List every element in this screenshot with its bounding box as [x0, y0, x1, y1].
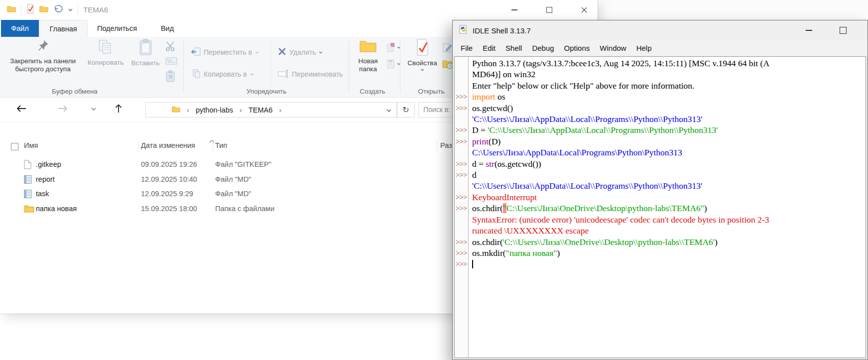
shell-prompt — [455, 80, 469, 91]
tab-share[interactable]: Поделиться — [88, 20, 146, 37]
column-header-date[interactable]: Дата изменения — [141, 141, 195, 149]
new-folder-quick-icon[interactable] — [39, 5, 48, 14]
column-header-type[interactable]: Тип — [215, 141, 227, 149]
idle-menu-shell[interactable]: Shell — [500, 44, 527, 52]
new-item-button[interactable] — [386, 59, 401, 69]
shell-output: Python 3.13.7 (tags/v3.13.7:bcee1c3, Aug… — [455, 58, 866, 270]
paste-shortcut-icon[interactable] — [165, 70, 177, 84]
shell-text-area[interactable]: Python 3.13.7 (tags/v3.13.7:bcee1c3, Aug… — [454, 56, 866, 358]
shell-line: runcated \UXXXXXXXX escape — [455, 225, 866, 236]
recent-locations-caret-icon[interactable] — [91, 108, 96, 111]
shell-line-text: os.mkdir("папка новая") — [469, 247, 560, 258]
shell-line-text: KeyboardInterrupt — [469, 192, 537, 203]
easy-access-button[interactable] — [386, 43, 401, 52]
file-type: Файл "MD" — [215, 187, 251, 202]
paste-button[interactable]: Вставить — [127, 39, 163, 67]
address-dropdown-caret-icon[interactable] — [386, 106, 396, 115]
shell-line-text: os.getcwd() — [469, 103, 513, 114]
shell-segment: Enter "help" below or click "Help" above… — [472, 81, 695, 91]
select-all-checkbox[interactable] — [11, 143, 18, 150]
shell-segment: 'C:\\Users\\Лиза\\AppData\\Local\\Progra… — [472, 114, 702, 124]
shell-line-text: runcated \UXXXXXXXX escape — [469, 225, 589, 236]
shell-prompt: >>> — [455, 258, 469, 269]
shell-segment: ) — [704, 203, 707, 213]
paste-icon — [138, 39, 153, 58]
qat-customize-caret-icon[interactable] — [68, 8, 73, 11]
address-bar[interactable]: › python-labs › TEMA6 › — [145, 102, 397, 118]
qat-divider — [21, 5, 21, 15]
back-button[interactable] — [16, 105, 27, 113]
idle-menubar: FileEditShellDebugOptionsWindowHelp — [453, 40, 868, 56]
shell-line-text: MD64)] on win32 — [469, 69, 535, 80]
shell-segment: (os.getcwd()) — [495, 159, 541, 169]
explorer-titlebar[interactable]: TEMA6 — [0, 0, 598, 20]
shell-segment: "папка новая" — [506, 248, 557, 258]
undo-icon[interactable] — [53, 4, 63, 15]
move-to-icon — [191, 47, 201, 58]
properties-button[interactable]: Свойства — [404, 39, 440, 71]
idle-menu-edit[interactable]: Edit — [478, 44, 500, 52]
sort-indicator-icon — [209, 136, 215, 144]
copy-to-button[interactable]: Копировать в — [191, 68, 254, 81]
column-divider[interactable] — [138, 141, 138, 153]
shell-line: Python 3.13.7 (tags/v3.13.7:bcee1c3, Aug… — [455, 58, 866, 69]
shell-prompt: >>> — [455, 158, 469, 169]
idle-titlebar[interactable]: IDLE Shell 3.13.7 — [453, 20, 868, 40]
shell-segment: print — [472, 136, 489, 146]
tab-home[interactable]: Главная — [39, 20, 88, 37]
copy-button[interactable]: Копировать — [85, 39, 126, 67]
shell-segment: KeyboardInterrupt — [472, 192, 537, 202]
idle-window-title: IDLE Shell 3.13.7 — [473, 26, 531, 35]
refresh-button[interactable]: ↻ — [397, 102, 415, 118]
file-type: Файл "GITKEEP" — [215, 157, 271, 172]
explorer-close-button[interactable] — [575, 5, 594, 15]
shell-prompt: >>> — [455, 169, 469, 180]
new-folder-button[interactable]: Новая папка — [352, 39, 384, 73]
breadcrumb-chevron-icon[interactable]: › — [279, 106, 281, 114]
breadcrumb-tema6[interactable]: TEMA6 — [248, 106, 272, 114]
up-button[interactable] — [115, 104, 123, 114]
copy-path-icon[interactable] — [165, 57, 177, 67]
properties-check-icon — [415, 39, 430, 58]
shell-prompt — [455, 58, 469, 69]
column-divider[interactable] — [437, 141, 437, 153]
idle-menu-file[interactable]: File — [456, 44, 478, 52]
shell-segment: 'C:\\Users\\Лиза\\AppData\\Local\\Progra… — [488, 125, 718, 135]
idle-menu-options[interactable]: Options — [559, 44, 595, 52]
file-date: 09.09.2025 19:26 — [141, 157, 197, 172]
idle-maximize-button[interactable] — [835, 25, 852, 36]
cut-icon[interactable] — [165, 41, 177, 54]
group-label-open: Открыть — [406, 88, 456, 95]
pin-to-quick-access-button[interactable]: Закрепить на панели быстрого доступа — [3, 39, 83, 73]
shell-line-text: d = str(os.getcwd()) — [469, 158, 541, 169]
breadcrumb-chevron-icon[interactable]: › — [187, 106, 189, 114]
rename-button[interactable]: Переименовать — [278, 68, 343, 81]
shell-line: >>>D = 'C:\\Users\\Лиза\\AppData\\Local\… — [455, 124, 866, 135]
shell-line-text: d — [469, 169, 477, 180]
explorer-minimize-button[interactable] — [505, 5, 524, 15]
idle-menu-window[interactable]: Window — [595, 44, 631, 52]
shell-segment: ) — [715, 237, 718, 247]
forward-button[interactable] — [57, 105, 68, 113]
shell-segment: os.chdir( — [472, 203, 503, 213]
idle-menu-debug[interactable]: Debug — [527, 44, 559, 52]
address-folder-icon — [172, 106, 180, 115]
tab-file[interactable]: Файл — [1, 20, 39, 37]
properties-quick-icon[interactable] — [26, 4, 34, 15]
tab-view[interactable]: Вид — [146, 20, 188, 37]
shell-prompt: >>> — [455, 136, 469, 147]
column-header-name[interactable]: Имя — [24, 141, 38, 149]
chevron-down-icon — [319, 51, 323, 54]
idle-menu-help[interactable]: Help — [631, 44, 657, 52]
shell-prompt: >>> — [455, 203, 469, 214]
delete-button[interactable]: Удалить — [278, 46, 323, 59]
idle-minimize-button[interactable] — [800, 25, 817, 36]
shell-line: >>>os.chdir('C:\\Users\\Лиза\\OneDrive\\… — [455, 237, 866, 247]
qat-divider — [78, 5, 78, 15]
breadcrumb-python-labs[interactable]: python-labs — [196, 106, 233, 114]
explorer-maximize-button[interactable] — [540, 5, 559, 15]
shell-segment: 'C:\\Users\\Лиза\\OneDrive\\Desktop\\pyt… — [503, 237, 715, 247]
move-to-button[interactable]: Переместить в — [191, 46, 259, 59]
breadcrumb-chevron-icon[interactable]: › — [240, 106, 242, 114]
shell-line: >>>import os — [455, 91, 866, 102]
